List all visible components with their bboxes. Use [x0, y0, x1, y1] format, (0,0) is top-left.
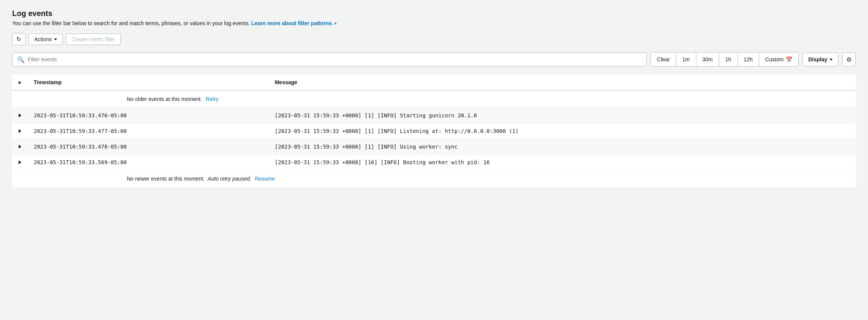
resume-link[interactable]: Resume: [255, 176, 275, 182]
chevron-down-icon: [54, 38, 57, 40]
timestamp-cell: 2023-05-31T10:59:33.569-05:00: [28, 155, 269, 170]
display-button[interactable]: Display: [803, 53, 838, 66]
refresh-button[interactable]: ↻: [12, 33, 26, 45]
search-input[interactable]: [28, 56, 642, 62]
expand-all-icon[interactable]: [19, 81, 21, 84]
table-row: 2023-05-31T10:59:33.569-05:00 [2023-05-3…: [13, 155, 856, 170]
timestamp-cell: 2023-05-31T10:59:33.476-05:00: [28, 108, 269, 123]
no-newer-events-row: No newer events at this moment. Auto ret…: [13, 170, 856, 187]
message-cell: [2023-05-31 15:59:33 +0000] [16] [INFO] …: [269, 155, 856, 170]
page-title: Log events: [12, 9, 856, 18]
actions-button[interactable]: Actions: [29, 34, 63, 45]
filter-row: 🔍 Clear 1m 30m 1h 12h Custom 📅 Display ⚙: [12, 52, 856, 67]
clear-button[interactable]: Clear: [651, 53, 676, 66]
search-icon: 🔍: [17, 56, 25, 63]
time-1h-button[interactable]: 1h: [719, 53, 738, 66]
col-expand-header: [13, 75, 28, 91]
toolbar: ↻ Actions Create metric filter: [12, 33, 856, 45]
log-table: Timestamp Message No older events at thi…: [12, 74, 856, 187]
message-cell: [2023-05-31 15:59:33 +0000] [1] [INFO] S…: [269, 108, 856, 123]
gear-icon: ⚙: [846, 56, 852, 63]
time-1m-button[interactable]: 1m: [676, 53, 696, 66]
search-wrapper: 🔍: [12, 53, 647, 66]
expand-row-icon[interactable]: [19, 114, 21, 117]
col-message-header: Message: [269, 75, 856, 91]
table-row: 2023-05-31T10:59:33.476-05:00 [2023-05-3…: [13, 108, 856, 123]
retry-link[interactable]: Retry: [206, 96, 219, 102]
chevron-down-icon: [830, 59, 833, 61]
timestamp-cell: 2023-05-31T10:59:33.478-05:00: [28, 139, 269, 155]
message-cell: [2023-05-31 15:59:33 +0000] [1] [INFO] L…: [269, 123, 856, 139]
timestamp-cell: 2023-05-31T10:59:33.477-05:00: [28, 123, 269, 139]
create-metric-filter-button[interactable]: Create metric filter: [66, 34, 121, 45]
settings-button[interactable]: ⚙: [842, 53, 856, 66]
time-controls: Clear 1m 30m 1h 12h Custom 📅: [651, 52, 799, 67]
expand-row-icon[interactable]: [19, 145, 21, 149]
time-custom-button[interactable]: Custom 📅: [759, 53, 798, 66]
page-subtitle: You can use the filter bar below to sear…: [12, 20, 856, 26]
time-30m-button[interactable]: 30m: [696, 53, 719, 66]
table-row: 2023-05-31T10:59:33.478-05:00 [2023-05-3…: [13, 139, 856, 155]
col-timestamp-header: Timestamp: [28, 75, 269, 91]
expand-row-icon[interactable]: [19, 129, 21, 133]
time-12h-button[interactable]: 12h: [738, 53, 759, 66]
expand-row-icon[interactable]: [19, 160, 21, 164]
no-older-events-row: No older events at this moment. Retry: [13, 90, 856, 108]
message-cell: [2023-05-31 15:59:33 +0000] [1] [INFO] U…: [269, 139, 856, 155]
refresh-icon: ↻: [16, 36, 21, 43]
calendar-icon: 📅: [786, 56, 792, 62]
table-row: 2023-05-31T10:59:33.477-05:00 [2023-05-3…: [13, 123, 856, 139]
learn-more-link[interactable]: Learn more about filter patterns: [251, 20, 337, 26]
